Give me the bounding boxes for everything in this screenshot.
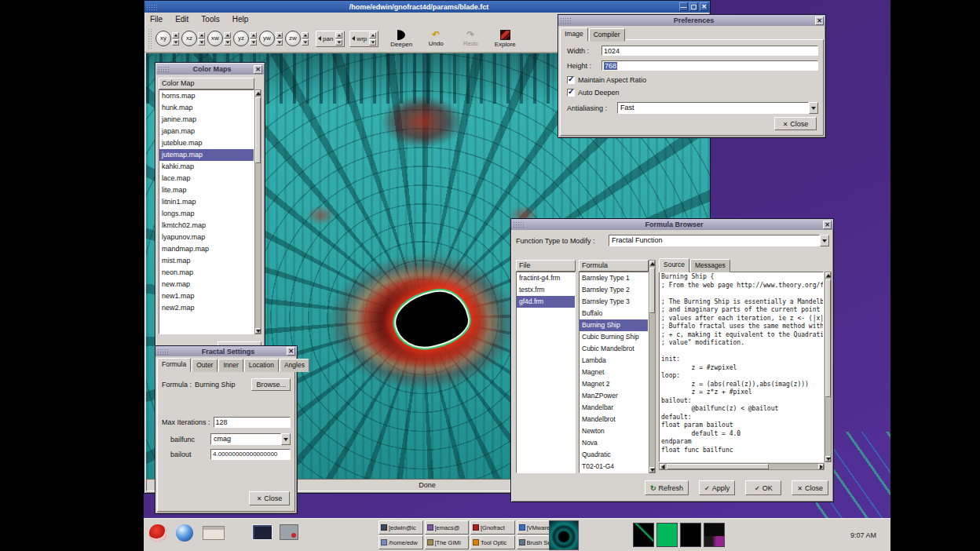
tab-source[interactable]: Source — [659, 258, 689, 272]
formula-item[interactable]: T02-01-G4 — [580, 461, 648, 473]
function-type-dropdown[interactable]: Fractal Function — [609, 235, 829, 246]
colormap-item[interactable]: juteblue.map — [159, 137, 254, 149]
width-input[interactable]: 1024 — [602, 46, 818, 56]
formula-item[interactable]: Barnsley Type 1 — [580, 272, 648, 284]
formula-item[interactable]: Barnsley Type 2 — [580, 284, 648, 296]
undo-button[interactable]: Undo — [424, 30, 448, 47]
formula-item[interactable]: T03-01-G4 — [580, 473, 648, 473]
formula-item[interactable]: Mandelbar — [580, 402, 648, 414]
formula-item[interactable]: ManZPower — [580, 390, 648, 402]
deepen-button[interactable]: Deepen — [389, 30, 413, 48]
close-button[interactable] — [700, 2, 708, 11]
refresh-button[interactable]: Refresh — [645, 480, 689, 495]
menu-file[interactable]: File — [150, 15, 163, 24]
colormap-item[interactable]: mandmap.map — [159, 243, 254, 255]
colormap-item[interactable]: new2.map — [159, 302, 254, 314]
colormap-item[interactable]: kahki.map — [159, 161, 254, 173]
formula-item[interactable]: Quadratic — [580, 449, 648, 461]
fractal-thumbnail[interactable] — [549, 520, 579, 550]
fractal-settings-titlebar[interactable]: Fractal Settings — [155, 346, 297, 356]
close-button[interactable] — [254, 65, 262, 74]
source-vertical-scrollbar[interactable] — [825, 272, 832, 462]
apply-button[interactable]: Apply — [699, 480, 735, 495]
colormap-item[interactable]: mist.map — [159, 255, 254, 267]
tab-image[interactable]: Image — [560, 27, 588, 42]
height-input[interactable]: 768 — [602, 60, 818, 71]
source-view[interactable]: Burning Ship { ; From the web page http:… — [659, 272, 824, 462]
colormap-item[interactable]: neon.map — [159, 267, 254, 279]
colormap-item[interactable]: jutemap.map — [159, 149, 254, 161]
menu-tools[interactable]: Tools — [201, 15, 219, 24]
antialiasing-dropdown[interactable]: Fast — [617, 102, 818, 114]
rotate-xw-button[interactable]: xw — [207, 31, 223, 46]
task-button[interactable]: /home/edw — [378, 535, 423, 549]
tab-inner[interactable]: Inner — [218, 359, 243, 372]
maximize-button[interactable] — [689, 2, 698, 11]
yz-spinner[interactable] — [250, 32, 257, 46]
formula-list[interactable]: Barnsley Type 1Barnsley Type 2Barnsley T… — [579, 272, 649, 473]
fractal-settings-close-button[interactable]: Close — [249, 491, 290, 505]
tab-angles[interactable]: Angles — [280, 359, 309, 372]
auto-deepen-checkbox[interactable] — [567, 89, 575, 97]
preferences-titlebar[interactable]: Preferences — [558, 15, 825, 26]
colormap-item[interactable]: lace.map — [159, 173, 254, 184]
file-item[interactable]: fractint-g4.frm — [517, 272, 575, 284]
rotate-zw-button[interactable]: zw — [285, 31, 301, 46]
file-list[interactable]: fractint-g4.frmtestx.frmgf4d.frm — [516, 272, 576, 473]
redo-button[interactable]: Redo — [459, 30, 482, 47]
bailfunc-dropdown[interactable]: cmag — [210, 433, 291, 445]
formula-item[interactable]: Nova — [580, 437, 648, 449]
menu-edit[interactable]: Edit — [175, 15, 188, 24]
explore-button[interactable]: Explore — [493, 30, 517, 48]
tab-compiler[interactable]: Compiler — [589, 28, 625, 42]
task-button[interactable]: [emacs@ — [425, 520, 470, 535]
formula-item[interactable]: Newton — [580, 425, 648, 437]
colormap-item[interactable]: japan.map — [159, 126, 254, 137]
dropdown-arrow-icon[interactable] — [820, 235, 829, 246]
colormap-item[interactable]: litnin1.map — [159, 196, 254, 208]
formula-column-header[interactable]: Formula — [579, 260, 649, 272]
preferences-close-button[interactable]: Close — [774, 117, 817, 130]
rotate-xz-button[interactable]: xz — [181, 31, 197, 46]
colormap-item[interactable]: new1.map — [159, 290, 254, 302]
browse-button[interactable]: Browse... — [251, 378, 291, 391]
colormap-item[interactable]: hunk.map — [159, 102, 254, 114]
colormap-item[interactable]: lite.map — [159, 184, 254, 196]
file-item[interactable]: testx.frm — [517, 284, 575, 296]
pager-desktop-4[interactable] — [704, 523, 725, 547]
colormap-item[interactable]: lyapunov.map — [159, 232, 254, 243]
max-iterations-input[interactable]: 128 — [214, 417, 291, 428]
tab-location[interactable]: Location — [244, 359, 279, 372]
pager-desktop-3[interactable] — [680, 523, 701, 547]
browser-globe-icon[interactable] — [176, 524, 193, 542]
yw-spinner[interactable] — [276, 32, 283, 46]
formula-scrollbar[interactable] — [649, 260, 656, 473]
formula-item[interactable]: Magnet — [580, 367, 648, 378]
warp-control[interactable]: wrp — [349, 31, 378, 47]
rotate-yz-button[interactable]: yz — [233, 31, 249, 46]
printer-icon[interactable] — [203, 526, 225, 540]
task-button[interactable]: [The GIMI — [425, 535, 470, 549]
tab-outer[interactable]: Outer — [192, 359, 218, 372]
formula-item[interactable]: Burning Ship — [580, 319, 648, 331]
xy-spinner[interactable] — [172, 32, 179, 46]
file-item[interactable]: gf4d.frm — [517, 296, 575, 308]
pan-spinner[interactable] — [335, 32, 342, 46]
colormap-list[interactable]: horns.maphunk.mapjanine.mapjapan.mapjute… — [159, 89, 254, 334]
colormap-item[interactable]: janine.map — [159, 114, 254, 126]
menu-help[interactable]: Help — [232, 15, 249, 24]
main-titlebar[interactable]: /home/edwin/gnofract4d/params/blade.fct — [144, 1, 710, 13]
task-button[interactable]: [Gnofract — [470, 520, 515, 535]
close-button[interactable] — [823, 221, 832, 229]
task-button[interactable]: [edwin@lc — [378, 520, 423, 535]
warp-spinner[interactable] — [369, 32, 376, 46]
zw-spinner[interactable] — [302, 32, 309, 46]
terminal-launcher-icon[interactable] — [252, 524, 272, 540]
colormap-item[interactable]: horns.map — [159, 90, 254, 102]
pager-desktop-2[interactable] — [656, 523, 678, 547]
colormap-item[interactable]: new.map — [159, 279, 254, 290]
redhat-menu-icon[interactable] — [149, 524, 166, 542]
colormap-scrollbar[interactable] — [254, 89, 261, 334]
tab-messages[interactable]: Messages — [690, 259, 730, 272]
minimize-button[interactable] — [679, 2, 688, 11]
